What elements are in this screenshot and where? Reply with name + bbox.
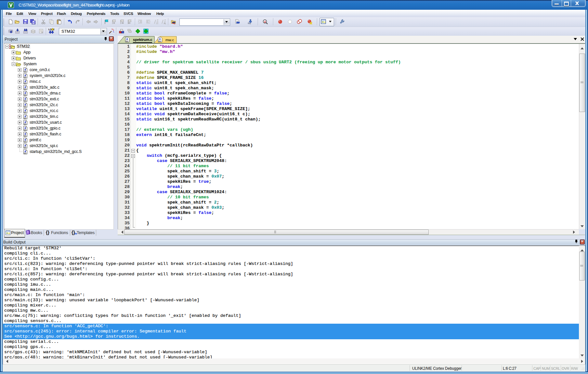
svg-text:d: d [264,20,266,23]
svg-text:s: s [10,5,11,7]
